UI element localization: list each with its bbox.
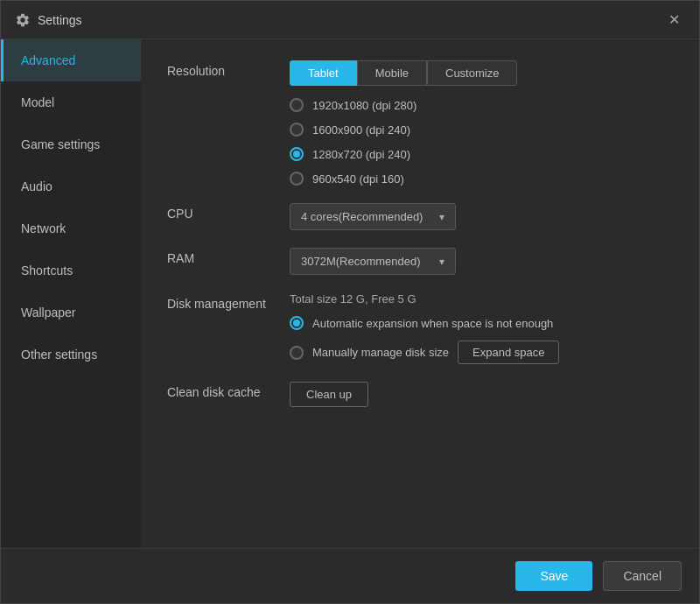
cpu-section: CPU 4 cores(Recommended) ▾ — [167, 203, 673, 230]
ram-dropdown[interactable]: 3072M(Recommended) ▾ — [290, 248, 456, 275]
disk-info: Total size 12 G, Free 5 G — [290, 292, 673, 306]
cleanup-button[interactable]: Clean up — [290, 382, 368, 407]
settings-window: Settings ✕ AdvancedModelGame settingsAud… — [0, 0, 700, 604]
clean-label: Clean disk cache — [167, 382, 290, 399]
ram-content: 3072M(Recommended) ▾ — [290, 248, 673, 275]
cpu-content: 4 cores(Recommended) ▾ — [290, 203, 673, 230]
sidebar-item-network[interactable]: Network — [1, 207, 141, 249]
tab-mobile[interactable]: Mobile — [357, 60, 427, 86]
radio-circle — [290, 172, 304, 186]
sidebar-item-shortcuts[interactable]: Shortcuts — [1, 249, 141, 291]
footer: Save Cancel — [1, 548, 699, 603]
disk-option-label: Manually manage disk size — [312, 346, 449, 359]
sidebar: AdvancedModelGame settingsAudioNetworkSh… — [1, 39, 141, 548]
expand-space-button[interactable]: Expand space — [458, 341, 559, 364]
resolution-content: TabletMobileCustomize 1920x1080 (dpi 280… — [290, 60, 673, 186]
sidebar-item-advanced[interactable]: Advanced — [1, 39, 141, 81]
ram-label: RAM — [167, 248, 290, 265]
sidebar-item-audio[interactable]: Audio — [1, 165, 141, 207]
resolution-option-r3[interactable]: 1280x720 (dpi 240) — [290, 147, 673, 161]
radio-circle — [290, 316, 304, 330]
content-area: AdvancedModelGame settingsAudioNetworkSh… — [1, 39, 699, 548]
cpu-dropdown[interactable]: 4 cores(Recommended) ▾ — [290, 203, 456, 230]
window-title: Settings — [38, 13, 82, 27]
radio-circle — [290, 98, 304, 112]
resolution-option-r4[interactable]: 960x540 (dpi 160) — [290, 172, 673, 186]
save-button[interactable]: Save — [515, 561, 592, 591]
titlebar: Settings ✕ — [1, 1, 699, 39]
resolution-options: 1920x1080 (dpi 280)1600x900 (dpi 240)128… — [290, 98, 673, 186]
radio-label: 1280x720 (dpi 240) — [312, 148, 410, 161]
resolution-label: Resolution — [167, 60, 290, 78]
radio-label: 1600x900 (dpi 240) — [312, 123, 410, 137]
radio-circle — [290, 147, 304, 161]
disk-option-d1[interactable]: Automatic expansion when space is not en… — [290, 316, 673, 330]
disk-option-label: Automatic expansion when space is not en… — [312, 317, 553, 330]
clean-content: Clean up — [290, 382, 673, 407]
sidebar-item-game-settings[interactable]: Game settings — [1, 123, 141, 165]
disk-label: Disk management — [167, 292, 290, 313]
sidebar-item-model[interactable]: Model — [1, 81, 141, 123]
sidebar-item-other-settings[interactable]: Other settings — [1, 334, 141, 376]
radio-label: 960x540 (dpi 160) — [312, 172, 404, 186]
disk-option-d2[interactable]: Manually manage disk sizeExpand space — [290, 341, 673, 364]
radio-circle — [290, 346, 304, 360]
disk-options: Automatic expansion when space is not en… — [290, 316, 673, 364]
gear-icon — [15, 12, 31, 28]
titlebar-left: Settings — [15, 12, 82, 28]
cancel-button[interactable]: Cancel — [603, 561, 682, 591]
resolution-option-r1[interactable]: 1920x1080 (dpi 280) — [290, 98, 673, 112]
ram-section: RAM 3072M(Recommended) ▾ — [167, 248, 673, 275]
cpu-value: 4 cores(Recommended) — [301, 210, 423, 223]
disk-section: Disk management Total size 12 G, Free 5 … — [167, 292, 673, 364]
cpu-label: CPU — [167, 203, 290, 221]
sidebar-item-wallpaper[interactable]: Wallpaper — [1, 291, 141, 334]
chevron-down-icon: ▾ — [439, 256, 444, 268]
clean-section: Clean disk cache Clean up — [167, 382, 673, 407]
ram-value: 3072M(Recommended) — [301, 255, 421, 268]
radio-label: 1920x1080 (dpi 280) — [312, 99, 416, 112]
disk-content: Total size 12 G, Free 5 G Automatic expa… — [290, 292, 673, 364]
resolution-section: Resolution TabletMobileCustomize 1920x10… — [167, 60, 673, 186]
radio-circle — [290, 123, 304, 137]
main-panel: Resolution TabletMobileCustomize 1920x10… — [141, 39, 699, 548]
resolution-option-r2[interactable]: 1600x900 (dpi 240) — [290, 123, 673, 137]
close-button[interactable]: ✕ — [663, 10, 685, 30]
resolution-tabs: TabletMobileCustomize — [290, 60, 673, 86]
chevron-down-icon: ▾ — [439, 211, 444, 223]
tab-tablet[interactable]: Tablet — [290, 60, 357, 86]
tab-customize[interactable]: Customize — [427, 60, 517, 86]
